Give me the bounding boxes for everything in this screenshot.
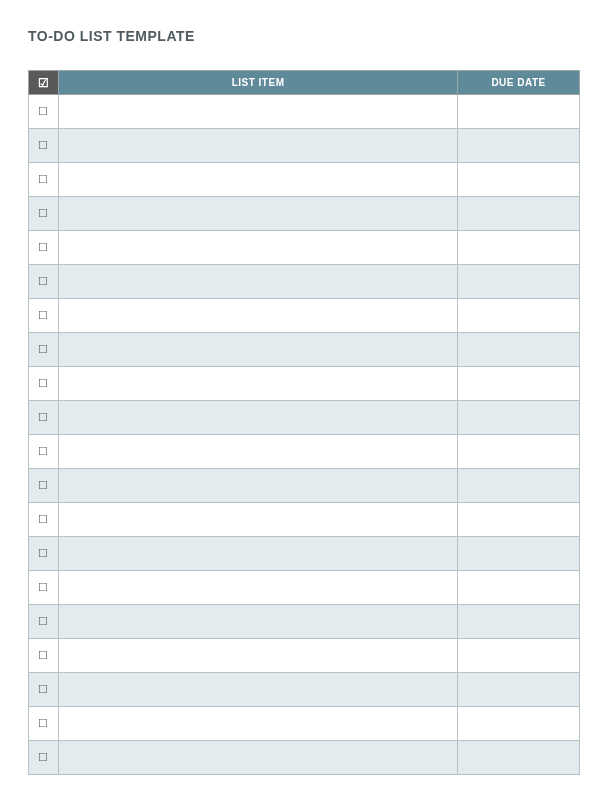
item-cell[interactable] <box>58 401 457 435</box>
due-date-cell[interactable] <box>458 129 580 163</box>
checkbox-cell[interactable]: ☐ <box>29 129 59 163</box>
item-cell[interactable] <box>58 265 457 299</box>
due-date-cell[interactable] <box>458 95 580 129</box>
checkbox-cell[interactable]: ☐ <box>29 741 59 775</box>
due-date-cell[interactable] <box>458 401 580 435</box>
due-date-cell[interactable] <box>458 231 580 265</box>
table-row: ☐ <box>29 537 580 571</box>
table-row: ☐ <box>29 95 580 129</box>
checkbox-cell[interactable]: ☐ <box>29 367 59 401</box>
table-row: ☐ <box>29 265 580 299</box>
checkbox-cell[interactable]: ☐ <box>29 503 59 537</box>
checkbox-cell[interactable]: ☐ <box>29 197 59 231</box>
due-date-cell[interactable] <box>458 197 580 231</box>
item-cell[interactable] <box>58 435 457 469</box>
item-cell[interactable] <box>58 741 457 775</box>
due-date-cell[interactable] <box>458 435 580 469</box>
header-check: ☑ <box>29 71 59 95</box>
item-cell[interactable] <box>58 605 457 639</box>
checkbox-cell[interactable]: ☐ <box>29 469 59 503</box>
table-row: ☐ <box>29 673 580 707</box>
checkbox-cell[interactable]: ☐ <box>29 95 59 129</box>
table-row: ☐ <box>29 435 580 469</box>
table-row: ☐ <box>29 367 580 401</box>
item-cell[interactable] <box>58 95 457 129</box>
table-row: ☐ <box>29 333 580 367</box>
table-row: ☐ <box>29 197 580 231</box>
table-row: ☐ <box>29 401 580 435</box>
page-title: TO-DO LIST TEMPLATE <box>28 28 581 44</box>
table-row: ☐ <box>29 469 580 503</box>
checkbox-cell[interactable]: ☐ <box>29 265 59 299</box>
item-cell[interactable] <box>58 163 457 197</box>
table-row: ☐ <box>29 299 580 333</box>
checkbox-cell[interactable]: ☐ <box>29 401 59 435</box>
checkbox-cell[interactable]: ☐ <box>29 537 59 571</box>
table-row: ☐ <box>29 129 580 163</box>
table-row: ☐ <box>29 503 580 537</box>
item-cell[interactable] <box>58 571 457 605</box>
item-cell[interactable] <box>58 333 457 367</box>
table-row: ☐ <box>29 639 580 673</box>
item-cell[interactable] <box>58 469 457 503</box>
due-date-cell[interactable] <box>458 707 580 741</box>
checkbox-cell[interactable]: ☐ <box>29 231 59 265</box>
due-date-cell[interactable] <box>458 265 580 299</box>
item-cell[interactable] <box>58 231 457 265</box>
due-date-cell[interactable] <box>458 163 580 197</box>
due-date-cell[interactable] <box>458 469 580 503</box>
item-cell[interactable] <box>58 367 457 401</box>
table-row: ☐ <box>29 231 580 265</box>
header-item: LIST ITEM <box>58 71 457 95</box>
due-date-cell[interactable] <box>458 639 580 673</box>
checkbox-cell[interactable]: ☐ <box>29 639 59 673</box>
checkbox-cell[interactable]: ☐ <box>29 673 59 707</box>
header-date: DUE DATE <box>458 71 580 95</box>
due-date-cell[interactable] <box>458 537 580 571</box>
item-cell[interactable] <box>58 129 457 163</box>
checkbox-cell[interactable]: ☐ <box>29 707 59 741</box>
table-row: ☐ <box>29 707 580 741</box>
item-cell[interactable] <box>58 707 457 741</box>
table-row: ☐ <box>29 741 580 775</box>
item-cell[interactable] <box>58 503 457 537</box>
checkbox-cell[interactable]: ☐ <box>29 571 59 605</box>
checkbox-cell[interactable]: ☐ <box>29 299 59 333</box>
todo-table: ☑ LIST ITEM DUE DATE ☐☐☐☐☐☐☐☐☐☐☐☐☐☐☐☐☐☐☐… <box>28 70 580 775</box>
table-row: ☐ <box>29 163 580 197</box>
checkbox-cell[interactable]: ☐ <box>29 605 59 639</box>
due-date-cell[interactable] <box>458 741 580 775</box>
item-cell[interactable] <box>58 299 457 333</box>
checkbox-cell[interactable]: ☐ <box>29 333 59 367</box>
due-date-cell[interactable] <box>458 503 580 537</box>
checkbox-cell[interactable]: ☐ <box>29 163 59 197</box>
item-cell[interactable] <box>58 197 457 231</box>
table-row: ☐ <box>29 605 580 639</box>
due-date-cell[interactable] <box>458 333 580 367</box>
due-date-cell[interactable] <box>458 571 580 605</box>
item-cell[interactable] <box>58 673 457 707</box>
table-row: ☐ <box>29 571 580 605</box>
item-cell[interactable] <box>58 639 457 673</box>
item-cell[interactable] <box>58 537 457 571</box>
table-header-row: ☑ LIST ITEM DUE DATE <box>29 71 580 95</box>
checkbox-cell[interactable]: ☐ <box>29 435 59 469</box>
due-date-cell[interactable] <box>458 367 580 401</box>
due-date-cell[interactable] <box>458 605 580 639</box>
due-date-cell[interactable] <box>458 673 580 707</box>
due-date-cell[interactable] <box>458 299 580 333</box>
